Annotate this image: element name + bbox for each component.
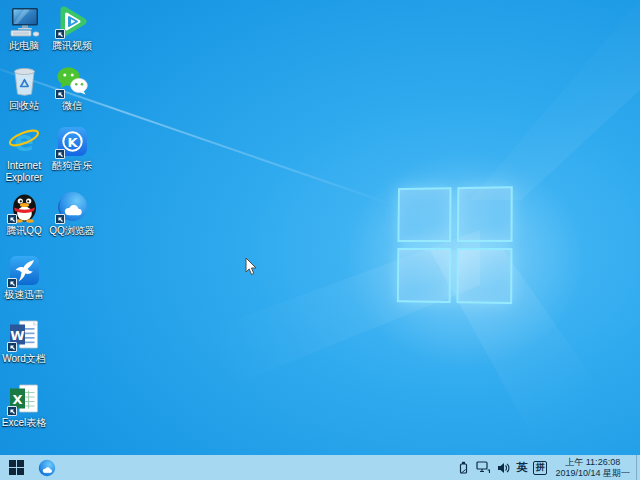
shortcut-arrow-badge [55,29,65,39]
usb-safely-remove-icon[interactable] [455,455,471,480]
icon-label: 此电脑 [0,40,48,52]
show-desktop-button[interactable] [636,455,640,480]
internet-explorer-icon: e [8,125,41,158]
shortcut-arrow-badge [55,149,65,159]
ime-indicator[interactable]: 拼 [533,461,547,475]
excel-sheet-icon: X [8,382,41,415]
xunlei-thunder-icon [8,254,41,287]
recycle-bin-icon [8,65,41,98]
windows-logo-pane [457,186,513,242]
taskbar-app-qq-browser[interactable] [32,455,62,480]
shortcut-arrow-badge [7,342,17,352]
qq-browser-icon [38,459,56,477]
icon-label: 回收站 [0,100,48,112]
shortcut-arrow-badge [7,406,17,416]
tencent-qq-icon [8,190,41,223]
language-indicator[interactable]: 英 [516,460,527,475]
icon-label: 酷狗音乐 [48,160,96,172]
shortcut-arrow-badge [7,278,17,288]
windows-logo-pane [397,187,451,242]
windows-start-icon [9,460,24,475]
system-tray: 英 拼 上午 11:26:08 2019/10/14 星期一 [453,455,640,480]
wechat-icon [56,65,89,98]
icon-label: Excel表格 [0,417,48,429]
kugou-music-icon: K [56,125,89,158]
icon-label: Word文档 [0,353,48,365]
windows-logo-pane [456,248,512,304]
windows-logo [397,186,513,304]
desktop-wallpaper [0,0,640,480]
windows-desktop: 此电脑 腾讯视频 [0,0,640,480]
svg-text:K: K [67,135,78,150]
taskbar: 英 拼 上午 11:26:08 2019/10/14 星期一 [0,455,640,480]
icon-label: 腾讯QQ [0,225,48,237]
shortcut-arrow-badge [55,214,65,224]
shortcut-arrow-badge [55,89,65,99]
clock-time: 上午 11:26:08 [555,457,630,468]
windows-logo-pane [397,248,451,303]
tencent-video-icon [56,5,89,38]
start-button[interactable] [0,455,32,480]
desktop-icon-excel-sheet[interactable]: X Excel表格 [0,382,48,429]
icon-label: QQ浏览器 [48,225,96,237]
icon-label: 极速迅雷 [0,289,48,301]
desktop-icon-recycle-bin[interactable]: 回收站 [0,65,48,112]
icon-label: Internet Explorer [0,160,48,184]
word-document-icon: W [8,318,41,351]
svg-text:X: X [12,392,22,407]
taskbar-clock[interactable]: 上午 11:26:08 2019/10/14 星期一 [555,457,630,478]
icon-label: 腾讯视频 [48,40,96,52]
desktop-icon-this-pc[interactable]: 此电脑 [0,5,48,52]
desktop-icon-xunlei-thunder[interactable]: 极速迅雷 [0,254,48,301]
desktop-icon-tencent-video[interactable]: 腾讯视频 [48,5,96,52]
svg-text:W: W [10,328,24,343]
desktop-icon-kugou-music[interactable]: K 酷狗音乐 [48,125,96,172]
desktop-icon-qq-browser[interactable]: QQ浏览器 [48,190,96,237]
icon-label: 微信 [48,100,96,112]
this-pc-icon [8,5,41,38]
desktop-icon-internet-explorer[interactable]: e Internet Explorer [0,125,48,184]
desktop-icon-word-document[interactable]: W Word文档 [0,318,48,365]
shortcut-arrow-badge [7,214,17,224]
desktop-icon-wechat[interactable]: 微信 [48,65,96,112]
network-icon[interactable] [475,455,491,480]
clock-date: 2019/10/14 星期一 [555,468,630,479]
volume-icon[interactable] [495,455,511,480]
desktop-icon-tencent-qq[interactable]: 腾讯QQ [0,190,48,237]
qq-browser-icon [56,190,89,223]
